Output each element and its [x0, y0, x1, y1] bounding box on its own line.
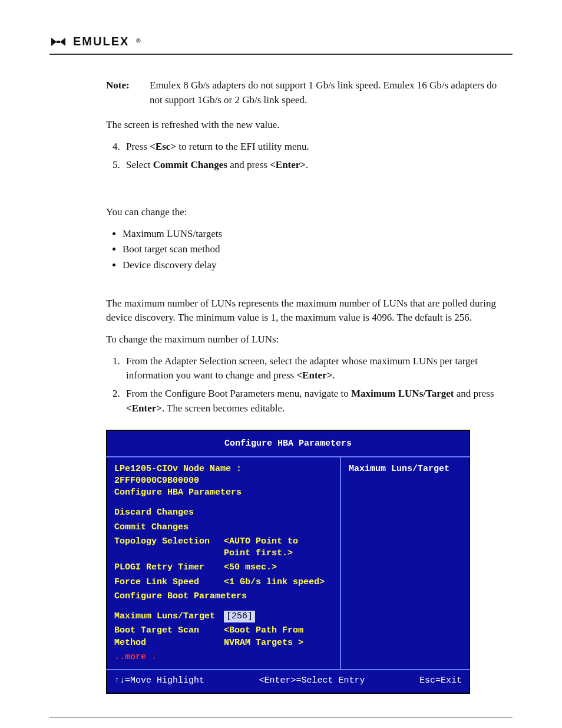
text: and press	[454, 388, 494, 399]
bios-footer-center: <Enter>=Select Entry	[259, 675, 365, 687]
bios-footer-right: Esc=Exit	[419, 675, 462, 687]
bios-title: Configure HBA Parameters	[106, 430, 470, 456]
max-luns-target-bold: Maximum LUNs/Target	[351, 388, 454, 399]
brand-row: EMULEX ®	[49, 33, 513, 50]
bios-item-plogi-label[interactable]: PLOGI Retry Timer	[106, 561, 224, 575]
bios-item-fls-value[interactable]: <1 Gb/s link speed>	[224, 575, 338, 589]
text: and press	[227, 159, 270, 170]
body-column: Note: Emulex 8 Gb/s adapters do not supp…	[106, 78, 510, 694]
bios-item-btsm-label[interactable]: Boot Target Scan Method	[106, 624, 224, 650]
commit-changes-bold: Commit Changes	[153, 159, 227, 170]
svg-rect-0	[57, 41, 60, 43]
bios-item-btsm-value[interactable]: <Boot Path From NVRAM Targets >	[224, 624, 338, 650]
text: Select	[126, 159, 153, 170]
text: .	[306, 159, 308, 170]
bios-maxluns-edit-field[interactable]: [256]	[224, 611, 255, 622]
esc-key: <Esc>	[150, 141, 176, 152]
text: From the Configure Boot Parameters menu,…	[126, 388, 351, 399]
bios-item-fls-label[interactable]: Force Link Speed	[106, 575, 224, 589]
bios-node-line: LPe1205-CIOv Node Name : 2FFF0000C9B0000…	[114, 463, 330, 487]
note-label: Note:	[106, 78, 139, 107]
change-item: Device discovery delay	[123, 258, 510, 273]
bios-more-indicator[interactable]: ..more ↓	[106, 650, 338, 669]
bios-subtitle: Configure HBA Parameters	[114, 487, 330, 499]
bios-item-topology-value[interactable]: <AUTO Point to Point first.>	[224, 535, 338, 561]
footer-rule	[49, 717, 513, 718]
step-b-1: From the Adapter Selection screen, selec…	[123, 354, 510, 383]
bios-footer-left: ↑↓=Move Highlight	[114, 675, 204, 687]
bios-screenshot: Configure HBA Parameters LPe1205-CIOv No…	[106, 430, 510, 694]
text: . The screen becomes editable.	[162, 403, 285, 414]
bios-item-plogi-value[interactable]: <50 msec.>	[224, 561, 338, 575]
text: Press	[126, 141, 150, 152]
steps-a-list: Press <Esc> to return to the EFI utility…	[106, 140, 510, 172]
bios-item-maxluns-value[interactable]: [256]	[224, 610, 338, 624]
more-down-icon: ..more ↓	[114, 652, 157, 662]
bios-window: Configure HBA Parameters LPe1205-CIOv No…	[106, 430, 470, 694]
text: to return to the EFI utility menu.	[176, 141, 309, 152]
bios-grid: LPe1205-CIOv Node Name : 2FFF0000C9B0000…	[106, 457, 470, 670]
enter-key: <Enter>	[270, 159, 306, 170]
steps-b-list: From the Adapter Selection screen, selec…	[106, 354, 510, 416]
header-rule	[49, 54, 513, 55]
text: .	[332, 370, 335, 381]
bios-footer: ↑↓=Move Highlight <Enter>=Select Entry E…	[106, 670, 470, 694]
brand-name: EMULEX	[73, 33, 129, 50]
bios-item-discard[interactable]: Discard Changes	[106, 506, 338, 520]
luns-paragraph: The maximum number of LUNs represents th…	[106, 297, 510, 325]
change-intro: You can change the:	[106, 205, 510, 220]
change-item: Maximum LUNS/targets	[123, 227, 510, 242]
enter-key: <Enter>	[296, 370, 332, 381]
bios-item-commit[interactable]: Commit Changes	[106, 521, 338, 535]
divider	[106, 669, 470, 670]
refresh-line: The screen is refreshed with the new val…	[106, 118, 510, 133]
bios-vline	[340, 457, 341, 670]
to-change-line: To change the maximum number of LUNs:	[106, 332, 510, 347]
step-b-2: From the Configure Boot Parameters menu,…	[123, 387, 510, 416]
bios-node-info: LPe1205-CIOv Node Name : 2FFF0000C9B0000…	[106, 457, 338, 500]
change-item: Boot target scan method	[123, 242, 510, 257]
step-a-5: Select Commit Changes and press <Enter>.	[123, 158, 510, 173]
note-block: Note: Emulex 8 Gb/s adapters do not supp…	[106, 78, 510, 107]
divider	[106, 456, 470, 457]
registered-mark-icon: ®	[136, 37, 140, 46]
bios-item-cbp[interactable]: Configure Boot Parameters	[106, 589, 338, 604]
bios-right-help: Maximum Luns/Target	[343, 457, 470, 670]
bios-item-topology-label[interactable]: Topology Selection	[106, 535, 224, 561]
change-list: Maximum LUNS/targets Boot target scan me…	[106, 227, 510, 273]
brand-logo-icon	[49, 36, 67, 48]
bios-item-maxluns-label[interactable]: Maximum Luns/Target	[106, 610, 224, 624]
step-a-4: Press <Esc> to return to the EFI utility…	[123, 140, 510, 154]
note-text: Emulex 8 Gb/s adapters do not support 1 …	[150, 78, 510, 107]
enter-key: <Enter>	[126, 403, 162, 414]
page: EMULEX ® Note: Emulex 8 Gb/s adapters do…	[0, 0, 562, 728]
